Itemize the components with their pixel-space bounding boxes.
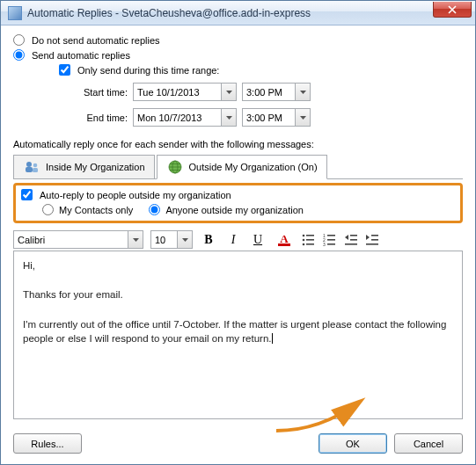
autoreply-outside-label: Auto-reply to people outside my organiza…	[40, 190, 231, 200]
start-date-value: Tue 10/1/2013	[134, 84, 203, 100]
size-dropdown[interactable]	[177, 231, 192, 248]
editor-line: Thanks for your email.	[23, 287, 453, 302]
automatic-replies-dialog: Automatic Replies - SvetaCheusheva@offic…	[0, 0, 476, 465]
app-icon	[8, 6, 22, 20]
size-combo[interactable]: 10	[150, 230, 193, 249]
start-time-label: Start time:	[75, 87, 128, 98]
rules-button[interactable]: Rules...	[13, 433, 82, 454]
chevron-down-icon	[300, 116, 306, 120]
end-time-dropdown[interactable]	[295, 109, 310, 126]
section-label: Automatically reply once for each sender…	[13, 139, 463, 149]
contacts-only-radio[interactable]: My Contacts only	[42, 204, 133, 215]
do-not-send-label: Do not send automatic replies	[32, 35, 160, 46]
titlebar[interactable]: Automatic Replies - SvetaCheusheva@offic…	[1, 1, 475, 25]
svg-rect-22	[371, 239, 378, 241]
only-range-label: Only send during this time range:	[77, 65, 219, 76]
font-combo[interactable]: Calibri	[13, 230, 143, 249]
start-time-combo[interactable]: 3:00 PM	[242, 83, 311, 101]
tabs: Inside My Organization Outside My Organi…	[13, 155, 463, 179]
auto-reply-outside-box: Auto-reply to people outside my organiza…	[13, 183, 463, 223]
bold-button[interactable]: B	[200, 231, 217, 249]
end-time-value: 3:00 PM	[243, 109, 286, 126]
end-date-value: Mon 10/7/2013	[134, 109, 205, 126]
chevron-down-icon	[133, 238, 139, 242]
tab-outside-label: Outside My Organization (On)	[189, 162, 318, 172]
start-date-dropdown[interactable]	[221, 84, 236, 100]
chevron-down-icon	[300, 91, 306, 94]
autoreply-outside-input[interactable]	[21, 189, 33, 200]
svg-rect-23	[366, 243, 378, 245]
end-time-row: End time: Mon 10/7/2013 3:00 PM	[75, 108, 463, 127]
chevron-down-icon	[226, 91, 232, 94]
start-time-value: 3:00 PM	[243, 84, 286, 100]
editor-line: Hi,	[23, 258, 453, 273]
svg-text:3: 3	[323, 242, 326, 247]
svg-rect-1	[26, 167, 33, 172]
format-toolbar: Calibri 10 B I U A 123	[13, 229, 463, 251]
do-not-send-radio[interactable]: Do not send automatic replies	[13, 34, 463, 46]
svg-rect-7	[306, 235, 314, 236]
svg-point-10	[303, 243, 305, 245]
svg-point-2	[33, 163, 38, 168]
svg-rect-3	[33, 168, 38, 172]
svg-point-8	[303, 238, 305, 241]
chevron-down-icon	[182, 238, 188, 242]
close-button[interactable]	[433, 2, 472, 18]
cancel-button[interactable]: Cancel	[394, 433, 463, 454]
start-date-combo[interactable]: Tue 10/1/2013	[133, 83, 237, 101]
end-date-combo[interactable]: Mon 10/7/2013	[133, 108, 237, 127]
anyone-label: Anyone outside my organization	[165, 205, 304, 215]
message-editor[interactable]: Hi, Thanks for your email. I'm currently…	[13, 251, 463, 419]
window-title: Automatic Replies - SvetaCheusheva@offic…	[27, 7, 311, 19]
italic-button[interactable]: I	[224, 231, 242, 249]
outdent-icon[interactable]	[344, 233, 358, 247]
globe-icon	[166, 159, 184, 175]
anyone-radio[interactable]: Anyone outside my organization	[149, 204, 304, 215]
send-auto-label: Send automatic replies	[32, 50, 130, 61]
contacts-only-label: My Contacts only	[59, 205, 133, 215]
only-range-check[interactable]: Only send during this time range:	[59, 64, 463, 76]
bullet-list-icon[interactable]	[302, 233, 316, 247]
ok-button[interactable]: OK	[319, 433, 387, 454]
start-time-row: Start time: Tue 10/1/2013 3:00 PM	[75, 83, 463, 101]
number-list-icon[interactable]: 123	[323, 233, 337, 247]
only-range-input[interactable]	[59, 64, 70, 76]
svg-rect-17	[327, 243, 335, 245]
svg-rect-21	[371, 235, 378, 236]
tab-outside-org[interactable]: Outside My Organization (On)	[157, 155, 327, 179]
size-value: 10	[151, 231, 169, 248]
send-auto-input[interactable]	[13, 49, 25, 61]
underline-button[interactable]: U	[249, 231, 267, 249]
close-icon	[448, 5, 457, 14]
indent-icon[interactable]	[365, 233, 379, 247]
autoreply-outside-check[interactable]: Auto-reply to people outside my organiza…	[21, 189, 455, 200]
font-color-button[interactable]: A	[274, 231, 295, 249]
svg-rect-9	[306, 239, 314, 241]
svg-rect-20	[345, 243, 357, 245]
svg-point-6	[303, 234, 305, 236]
svg-rect-19	[350, 239, 357, 241]
start-time-dropdown[interactable]	[295, 84, 310, 100]
tab-inside-org[interactable]: Inside My Organization	[13, 155, 155, 179]
font-value: Calibri	[14, 231, 48, 248]
anyone-input[interactable]	[149, 204, 160, 215]
send-auto-radio[interactable]: Send automatic replies	[13, 49, 463, 61]
svg-rect-18	[350, 235, 357, 236]
font-dropdown[interactable]	[128, 231, 143, 248]
contacts-only-input[interactable]	[42, 204, 54, 215]
svg-point-0	[26, 162, 32, 167]
chevron-down-icon	[226, 116, 232, 120]
dialog-footer: Rules... OK Cancel	[1, 426, 475, 464]
end-time-label: End time:	[75, 113, 128, 123]
svg-rect-15	[327, 239, 335, 241]
tab-inside-label: Inside My Organization	[46, 162, 145, 172]
end-date-dropdown[interactable]	[221, 109, 236, 126]
people-icon	[23, 159, 40, 175]
editor-line: I'm currently out of the office until 7-…	[23, 317, 453, 346]
svg-rect-13	[327, 235, 335, 236]
do-not-send-input[interactable]	[13, 34, 25, 46]
end-time-combo[interactable]: 3:00 PM	[242, 108, 311, 127]
svg-rect-11	[306, 243, 314, 245]
